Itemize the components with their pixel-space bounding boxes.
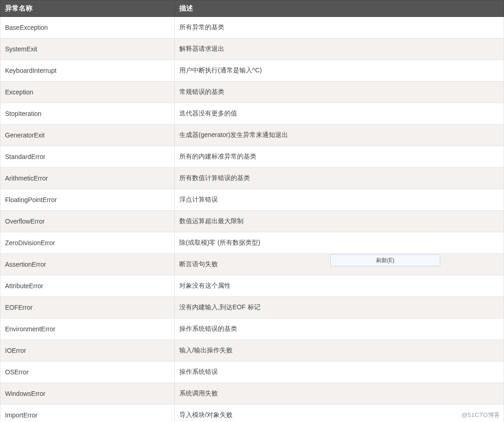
exception-desc: 输入/输出操作失败 — [175, 340, 504, 362]
table-row: WindowsError系统调用失败 — [0, 383, 504, 405]
table-row: KeyboardInterrupt用户中断执行(通常是输入^C) — [0, 60, 504, 82]
table-row: BaseException所有异常的基类 — [0, 17, 504, 38]
exception-name: SystemExit — [0, 38, 175, 60]
exception-name: ImportError — [0, 405, 175, 422]
table-row: SystemExit解释器请求退出 — [0, 38, 504, 60]
exception-name: StopIteration — [0, 103, 175, 125]
exception-name: ArithmeticError — [0, 168, 175, 189]
table-row: FloatingPointError浮点计算错误 — [0, 189, 504, 211]
exception-desc: 系统调用失败 — [175, 383, 504, 405]
exception-desc: 没有内建输入,到达EOF 标记 — [175, 297, 504, 318]
watermark: @51CTO博客 — [461, 411, 500, 419]
exception-desc: 浮点计算错误 — [175, 189, 504, 211]
exception-name: StandardError — [0, 146, 175, 168]
exception-name: GeneratorExit — [0, 125, 175, 146]
exception-desc: 除(或取模)零 (所有数据类型) — [175, 232, 504, 254]
exception-desc: 所有的内建标准异常的基类 — [175, 146, 504, 168]
exception-desc: 迭代器没有更多的值 — [175, 103, 504, 125]
exception-name: FloatingPointError — [0, 189, 175, 211]
header-desc: 描述 — [175, 0, 504, 17]
table-row: OSError操作系统错误 — [0, 362, 504, 383]
table-row: StopIteration迭代器没有更多的值 — [0, 103, 504, 125]
exception-name: EnvironmentError — [0, 318, 175, 340]
table-row: AttributeError对象没有这个属性 — [0, 275, 504, 297]
context-menu-refresh[interactable]: 刷新(E) — [330, 254, 440, 266]
exception-name: BaseException — [0, 17, 175, 38]
exception-name: AssertionError — [0, 254, 175, 275]
table-row: StandardError所有的内建标准异常的基类 — [0, 146, 504, 168]
table-row: IOError输入/输出操作失败 — [0, 340, 504, 362]
table-row: ZeroDivisionError除(或取模)零 (所有数据类型) — [0, 232, 504, 254]
table-row: OverflowError数值运算超出最大限制 — [0, 211, 504, 232]
exception-name: IOError — [0, 340, 175, 362]
exception-desc: 用户中断执行(通常是输入^C) — [175, 60, 504, 82]
exception-desc: 操作系统错误 — [175, 362, 504, 383]
exception-desc: 解释器请求退出 — [175, 38, 504, 60]
exception-name: EOFError — [0, 297, 175, 318]
exception-desc: 所有异常的基类 — [175, 17, 504, 38]
header-name: 异常名称 — [0, 0, 175, 17]
table-row: EnvironmentError操作系统错误的基类 — [0, 318, 504, 340]
table-row: Exception常规错误的基类 — [0, 82, 504, 103]
exception-desc: 数值运算超出最大限制 — [175, 211, 504, 232]
exception-name: ZeroDivisionError — [0, 232, 175, 254]
exception-desc: 导入模块/对象失败 — [175, 405, 504, 422]
table-row: ArithmeticError所有数值计算错误的基类 — [0, 168, 504, 189]
exception-name: OverflowError — [0, 211, 175, 232]
exception-name: KeyboardInterrupt — [0, 60, 175, 82]
exception-desc: 对象没有这个属性 — [175, 275, 504, 297]
exception-desc: 所有数值计算错误的基类 — [175, 168, 504, 189]
table-row: ImportError导入模块/对象失败 — [0, 405, 504, 422]
exception-desc: 生成器(generator)发生异常来通知退出 — [175, 125, 504, 146]
exception-table: 异常名称 描述 BaseException所有异常的基类SystemExit解释… — [0, 0, 504, 422]
exception-name: Exception — [0, 82, 175, 103]
exception-desc: 常规错误的基类 — [175, 82, 504, 103]
exception-name: WindowsError — [0, 383, 175, 405]
exception-desc: 操作系统错误的基类 — [175, 318, 504, 340]
table-row: GeneratorExit生成器(generator)发生异常来通知退出 — [0, 125, 504, 146]
exception-name: OSError — [0, 362, 175, 383]
exception-name: AttributeError — [0, 275, 175, 297]
table-row: EOFError没有内建输入,到达EOF 标记 — [0, 297, 504, 318]
